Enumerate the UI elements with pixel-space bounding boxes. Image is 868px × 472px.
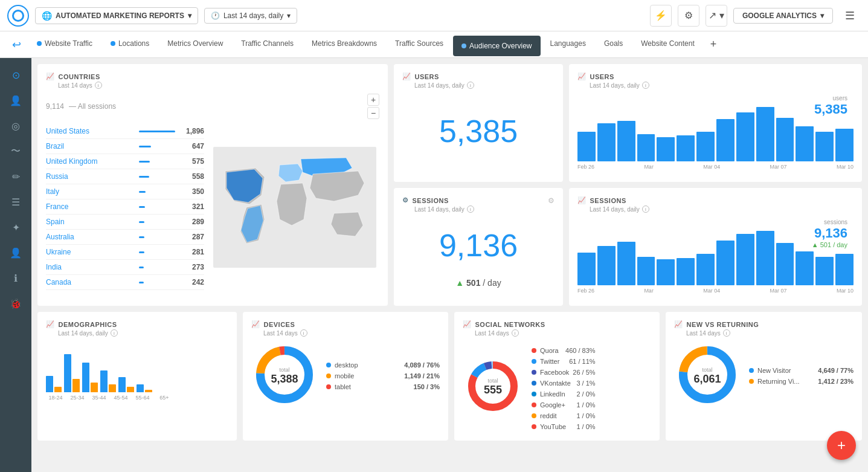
- tab-goals[interactable]: Goals: [596, 31, 631, 58]
- sessions-settings-icon[interactable]: ⚙: [548, 196, 555, 205]
- tab-traffic-channels[interactable]: Traffic Channels: [233, 31, 302, 58]
- date-label: Last 14 days, daily: [223, 11, 283, 20]
- menu-btn[interactable]: ☰: [839, 5, 861, 27]
- gear-icon: ⚙: [402, 196, 409, 204]
- tab-audience-overview[interactable]: Audience Overview: [453, 36, 540, 56]
- info-icon: i: [723, 329, 730, 337]
- country-bar: [139, 161, 150, 163]
- tab-website-content[interactable]: Website Content: [632, 31, 703, 58]
- tab-dot: [461, 44, 466, 48]
- info-icon: i: [642, 205, 649, 213]
- tab-metrics-breakdowns[interactable]: Metrics Breakdowns: [303, 31, 385, 58]
- zoom-in-btn[interactable]: +: [367, 94, 379, 106]
- tab-metrics-overview[interactable]: Metrics Overview: [159, 31, 231, 58]
- users-subtitle: Last 14 days, daily i: [414, 82, 555, 89]
- country-count: 289: [180, 218, 204, 226]
- country-bar-wrap: [139, 236, 175, 238]
- chart-bar: [835, 254, 854, 285]
- settings-btn[interactable]: ⚙: [678, 5, 699, 27]
- share-btn[interactable]: ↗ ▾: [706, 5, 727, 27]
- trend-icon: 📈: [46, 73, 55, 80]
- sessions-chart-title: 📈 SESSIONS: [577, 196, 854, 204]
- sessions-chart-area: sessions 9,136 ▲ 501 / day Feb 26 Mar Ma…: [577, 219, 854, 297]
- logo[interactable]: [7, 5, 29, 27]
- chart-bar: [756, 231, 774, 285]
- topbar-right: ⚡ ⚙ ↗ ▾ GOOGLE ANALYTICS ▾ ☰: [650, 5, 861, 27]
- lightning-btn[interactable]: ⚡: [650, 5, 672, 27]
- users-chart-card: 📈 USERS Last 14 days, daily i users 5,38…: [569, 64, 862, 182]
- tab-languages[interactable]: Languages: [542, 31, 594, 58]
- social-val: 2 / 0%: [576, 390, 595, 398]
- nvr-legend-row: Returning Vi... 1,412 / 23%: [749, 376, 854, 387]
- devices-legend: desktop 4,089 / 76% mobile 1,149 / 21% t…: [326, 360, 440, 392]
- sidebar-icon-bug[interactable]: 🐞: [5, 293, 27, 314]
- countries-title: 📈 COUNTRIES: [46, 73, 379, 80]
- ctrl-btns: + −: [367, 94, 379, 119]
- social-row: LinkedIn 2 / 0%: [532, 389, 596, 399]
- demo-bar-blue: [118, 377, 126, 392]
- social-row: Twitter 61 / 11%: [532, 356, 596, 367]
- country-name[interactable]: United States: [46, 127, 134, 135]
- sidebar-icon-person[interactable]: 👤: [5, 242, 27, 263]
- sidebar-icon-user[interactable]: 👤: [5, 89, 27, 111]
- country-name[interactable]: Spain: [46, 218, 134, 226]
- tab-website-traffic[interactable]: Website Traffic: [28, 31, 101, 58]
- chart-bar: [577, 132, 596, 162]
- country-count: 281: [180, 248, 204, 256]
- social-name: VKontakte: [540, 380, 573, 387]
- users-chart-title: 📈 USERS: [577, 73, 854, 80]
- devices-donut: total 5,388: [251, 341, 318, 410]
- countries-subtitle: Last 14 days i: [58, 82, 379, 89]
- ga-selector[interactable]: GOOGLE ANALYTICS ▾: [733, 8, 833, 24]
- social-name: Twitter: [540, 358, 565, 365]
- chart-bar: [776, 243, 794, 285]
- country-name[interactable]: France: [46, 202, 134, 211]
- devices-card: 📈 DEVICES Last 14 days i: [243, 312, 448, 441]
- nav-back-btn[interactable]: ↩: [6, 38, 27, 51]
- sidebar-icon-list[interactable]: ☰: [5, 191, 27, 213]
- tab-traffic-sources[interactable]: Traffic Sources: [387, 31, 452, 58]
- nvr-donut-section: total 6,061 New Visitor 4,649 / 77% Retu…: [674, 341, 854, 410]
- country-name[interactable]: United Kingdom: [46, 157, 134, 166]
- sidebar-icon-info[interactable]: ℹ: [5, 267, 27, 289]
- devices-donut-section: total 5,388 desktop 4,089 / 76% mobile 1…: [251, 341, 440, 410]
- social-donut-section: total 555 Quora 460 / 83% Twitter 61 / 1…: [463, 341, 651, 432]
- fab-btn[interactable]: +: [827, 431, 856, 460]
- tab-locations[interactable]: Locations: [102, 31, 158, 58]
- countries-header: 9,114 — All sessions + −: [46, 94, 379, 119]
- users-chart-value: users 5,385: [814, 95, 847, 117]
- zoom-out-btn[interactable]: −: [367, 107, 379, 119]
- country-name[interactable]: Australia: [46, 233, 134, 241]
- sidebar-icon-edit[interactable]: ✏: [5, 166, 27, 187]
- country-name[interactable]: Italy: [46, 187, 134, 196]
- sidebar-icon-circle[interactable]: ◎: [5, 115, 27, 137]
- sessions-chart-subtitle: Last 14 days, daily i: [590, 205, 854, 213]
- country-name[interactable]: Ukraine: [46, 248, 134, 256]
- social-val: 460 / 83%: [565, 347, 596, 354]
- country-name[interactable]: Brazil: [46, 142, 134, 150]
- trend-icon: 📈: [251, 320, 260, 328]
- add-tab-btn[interactable]: +: [704, 38, 723, 51]
- report-selector[interactable]: 🌐 AUTOMATED MARKETING REPORTS ▾: [35, 7, 198, 24]
- info-icon: i: [95, 82, 102, 89]
- sidebar-icon-star[interactable]: ✦: [5, 216, 27, 238]
- country-name[interactable]: Russia: [46, 172, 134, 181]
- trend-icon: 📈: [463, 320, 472, 328]
- social-val: 1 / 0%: [576, 412, 595, 419]
- country-name[interactable]: Canada: [46, 278, 134, 286]
- date-selector[interactable]: 🕐 Last 14 days, daily ▾: [204, 8, 297, 24]
- chart-bar: [617, 242, 635, 285]
- country-row: Russia 558: [46, 169, 204, 184]
- country-bar-wrap: [139, 161, 175, 163]
- social-donut: total 555: [463, 356, 523, 418]
- info-icon: i: [512, 329, 519, 337]
- demo-bar-group: [118, 377, 134, 392]
- country-name[interactable]: India: [46, 263, 134, 271]
- info-icon: i: [300, 329, 307, 337]
- sidebar-icon-home[interactable]: ⊙: [5, 64, 27, 86]
- sessions-chart-card: 📈 SESSIONS Last 14 days, daily i session…: [569, 188, 862, 306]
- sidebar-icon-wave[interactable]: 〜: [5, 140, 27, 162]
- sessions-chart-value: sessions 9,136 ▲ 501 / day: [812, 219, 847, 248]
- date-dropdown-icon: ▾: [287, 11, 291, 20]
- info-icon: i: [467, 82, 474, 89]
